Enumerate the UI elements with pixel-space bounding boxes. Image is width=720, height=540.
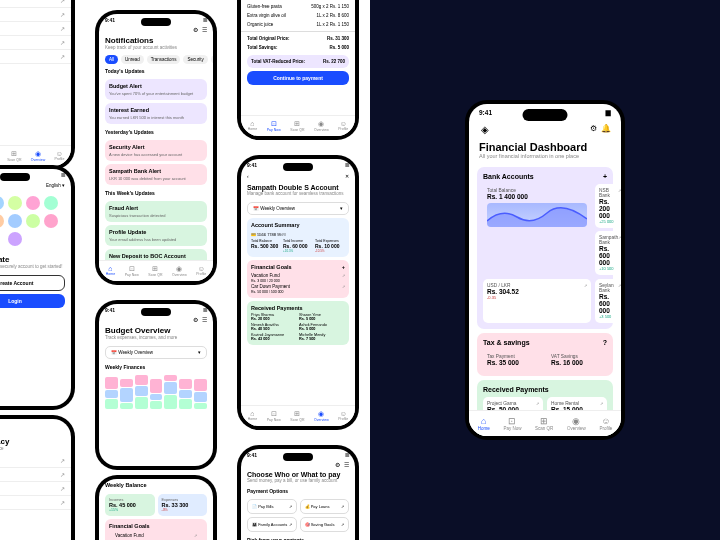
privacy-item[interactable]: ation settings↗ [0,482,71,496]
weekly-chart [99,372,213,412]
status-icons: ䷀ [605,109,611,117]
pay-option[interactable]: 🎯 Saving Goals ↗ [300,517,350,532]
paymate-title: to Pay Mate [0,255,65,264]
notif-card[interactable]: Profile UpdateYour email address has bee… [105,225,207,246]
bank-tile-usd[interactable]: USD / LKR↗Rs. 304.52-0.35 [483,279,591,323]
settings-item[interactable]: Limits↗ [0,22,71,36]
bank-tile-nsb[interactable]: NSB Bank↗Rs. 200 000+25 000 [595,184,621,228]
continue-payment-button[interactable]: Continue to payment [247,71,349,85]
period-dropdown[interactable]: 📅 Weekly Overview▾ [105,346,207,359]
account-title: Sampath Double S Account [247,184,349,191]
filter-icon[interactable]: ☰ [202,26,207,33]
avatar-grid [0,190,71,252]
pay-option[interactable]: 📄 Pay Bills ↗ [247,499,297,514]
settings-item[interactable]: y Settings↗ [0,50,71,64]
gear-icon[interactable]: ⚙ [193,316,198,323]
settings-item[interactable]: eminders↗ [0,36,71,50]
bell-icon[interactable]: 🔔 [601,124,611,135]
help-icon[interactable]: ? [603,339,607,346]
cart-item: Organic juice1L x 2 Rs. 1 150 [241,20,355,29]
expense-cell: ExpensesRs. 33 300-3% [158,494,208,516]
notification-tabs: All Unread Transactions Security Family [99,53,213,66]
goals-card: Financial Goals Vacation Fund↗Rs. 52 000… [105,519,207,540]
summary-card: Account Summary 💳 5566 7788 99## Total B… [247,218,349,257]
nav-profile[interactable]: ☺Profile [599,416,612,431]
notif-card[interactable]: Sampath Bank AlertLKR 10 000 was debited… [105,164,207,185]
period-dropdown[interactable]: 📅 Weekly Overview▾ [247,202,349,215]
notif-card[interactable]: Interest EarnedYou earned LKR 500 in int… [105,103,207,124]
notif-card[interactable]: Budget AlertYou've spent 70% of your ent… [105,79,207,100]
filter-icon[interactable]: ☰ [202,316,207,323]
bottom-nav: ⌂Home ⊡Pay Now ⊞Scan QR ◉Overview ☺Profi… [0,145,71,166]
nav-overview[interactable]: ◉Overview [567,416,586,431]
goals-card: Financial Goals+ Vacation Fund↗Rs. 3 000… [247,260,349,298]
back-icon[interactable]: ‹ [247,173,249,179]
settings-item[interactable]: al Goals↗ [0,0,71,8]
cart-item: Extra virgin olive oil1L x 2 Rs. 8 600 [241,11,355,20]
gear-icon[interactable]: ⚙ [335,461,340,468]
login-button[interactable]: Login [0,294,65,308]
dashboard-title: Financial Dashboard [479,141,611,153]
dashboard-subtitle: All your financial information in one pl… [479,153,611,159]
bottom-nav: ⌂Home ⊡Pay Now ⊞Scan QR ◉Overview ☺Profi… [469,410,621,436]
balance-sparkline [487,203,587,227]
pay-option[interactable]: 👨‍👩‍👧 Family Accounts ↗ [247,517,297,532]
bottom-nav: ⌂Home ⊡Pay Now ⊞Scan QR ◉Overview ☺Profi… [241,405,355,426]
notif-card[interactable]: Security AlertA new device has accessed … [105,140,207,161]
vat-card: Total VAT-Reduced Price:Rs. 22 700 [247,55,349,68]
privacy-item[interactable]: al security↗ [0,454,71,468]
tax-card: Tax & savings? Tax PaymentRs. 35 000 VAT… [477,333,613,376]
gear-icon[interactable]: ⚙ [590,124,597,135]
notif-card[interactable]: Fraud AlertSuspicious transaction detect… [105,201,207,222]
bottom-nav: ⌂Home ⊡Pay Now ⊞Scan QR ◉Overview ☺Profi… [241,115,355,136]
logo-icon: ◈ [481,124,489,135]
nav-scanqr[interactable]: ⊞Scan QR [535,416,553,431]
income-cell: IncomesRs. 45 000+15% [105,494,155,516]
add-icon[interactable]: + [603,173,607,180]
cart-item: Gluten-free pasta500g x 2 Rs. 1 150 [241,2,355,11]
gear-icon[interactable]: ⚙ [193,26,198,33]
bank-tile-sampath[interactable]: Sampath Bank↗Rs. 600 000+10 500 [595,231,621,275]
notifications-title: Notifications [105,36,207,45]
create-account-button[interactable]: Create Account [0,275,65,291]
pay-title: Choose Who or What to pay [247,471,349,478]
nav-home[interactable]: ⌂Home [478,416,490,431]
pay-option[interactable]: 💰 Pay Loans ↗ [300,499,350,514]
bottom-nav: ⌂Home ⊡Pay Now ⊞Scan QR ◉Overview ☺Profi… [99,260,213,281]
nav-paynow[interactable]: ⊡Pay Now [503,416,521,431]
privacy-item[interactable]: eminders↗ [0,468,71,482]
bank-accounts-card: Bank Accounts+ Total BalanceRs. 1 400 00… [477,167,613,329]
filter-icon[interactable]: ☰ [344,461,349,468]
status-time: 9:41 [479,109,492,117]
settings-item[interactable]: Options↗ [0,8,71,22]
close-icon[interactable]: ✕ [345,173,349,179]
bank-tile-seylan[interactable]: Seylan Bank↗Rs. 600 000+3 500 [595,279,621,323]
language-select[interactable]: English [46,183,61,188]
privacy-item[interactable]: re password↗ [0,496,71,510]
received-card: Received Payments Priya SharmaRs. 20 000… [247,301,349,345]
budget-title: Budget Overview [105,326,207,335]
